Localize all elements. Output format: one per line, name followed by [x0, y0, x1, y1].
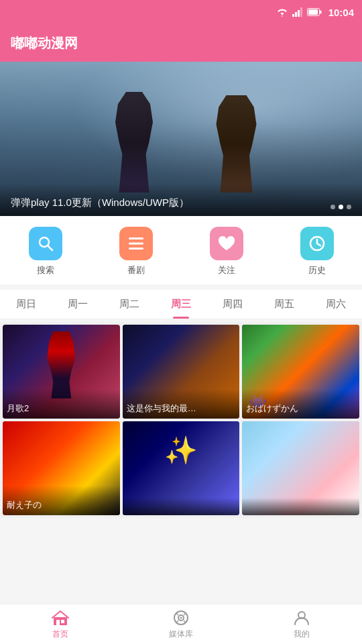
svg-rect-2 [298, 10, 300, 17]
anime-grid: 月歌2 这是你与我的最… 👾 おばけずかん 耐え子の ✨ [0, 322, 362, 518]
tab-friday[interactable]: 周五 [259, 290, 310, 319]
svg-rect-0 [292, 14, 294, 17]
svg-line-22 [184, 613, 186, 615]
search-svg [37, 235, 54, 252]
dot-3 [347, 205, 351, 209]
tab-tuesday[interactable]: 周二 [103, 290, 155, 319]
profile-icon [293, 609, 310, 627]
anime-title-4: 耐え子の [3, 486, 120, 515]
svg-rect-11 [129, 248, 143, 250]
tab-thursday[interactable]: 周四 [207, 290, 259, 319]
banner[interactable]: 弹弹play 11.0更新（Windows/UWP版） [0, 62, 362, 216]
bangumi-icon-box [119, 227, 153, 260]
app-header: 嘟嘟动漫网 [0, 24, 362, 62]
anime-title-2: 这是你与我的最… [123, 389, 240, 419]
svg-rect-16 [56, 620, 60, 625]
search-icon-box [29, 227, 62, 260]
svg-rect-9 [129, 237, 143, 239]
svg-rect-6 [320, 11, 322, 14]
anime-card-4[interactable]: 耐え子の [3, 421, 120, 515]
anime-title-1: 月歌2 [3, 389, 120, 419]
tab-saturday[interactable]: 周六 [310, 290, 362, 319]
week-tabs: 周日 周一 周二 周三 周四 周五 周六 [0, 290, 362, 319]
svg-rect-17 [61, 620, 64, 623]
tab-wednesday[interactable]: 周三 [155, 290, 206, 319]
anime-card-3[interactable]: 👾 おばけずかん [242, 325, 359, 419]
nav-history[interactable]: 历史 [300, 227, 334, 276]
clock-svg [308, 235, 326, 252]
banner-caption: 弹弹play 11.0更新（Windows/UWP版） [0, 183, 362, 216]
quick-nav: 搜索 番剧 关注 历史 [0, 216, 362, 284]
banner-dots [330, 205, 351, 209]
svg-rect-5 [308, 9, 318, 15]
svg-rect-3 [300, 7, 302, 17]
follow-label: 关注 [218, 264, 235, 276]
anime-card-5[interactable]: ✨ [123, 421, 240, 515]
anime-card-6[interactable] [242, 421, 359, 515]
battery-icon [307, 8, 322, 16]
tab-monday[interactable]: 周一 [52, 290, 103, 319]
home-icon [52, 609, 69, 627]
library-label: 媒体库 [169, 629, 193, 640]
svg-line-21 [176, 613, 178, 615]
anime-card-1[interactable]: 月歌2 [3, 325, 120, 419]
svg-line-14 [317, 244, 320, 246]
anime-title-3: おばけずかん [242, 389, 359, 419]
char-1 [41, 331, 81, 398]
heart-svg [217, 235, 236, 252]
nav-search[interactable]: 搜索 [29, 227, 62, 276]
history-label: 历史 [308, 264, 326, 276]
search-label: 搜索 [37, 264, 54, 276]
status-icons: 10:04 [276, 7, 354, 18]
profile-label: 我的 [294, 629, 310, 640]
svg-point-20 [180, 616, 182, 619]
bottom-library[interactable]: 媒体库 [121, 609, 241, 640]
wifi-icon [276, 7, 288, 17]
svg-line-8 [48, 246, 52, 250]
bottom-home[interactable]: 首页 [0, 609, 121, 640]
nav-follow[interactable]: 关注 [210, 227, 243, 276]
anime-title-6 [242, 498, 359, 515]
svg-rect-15 [54, 617, 67, 625]
home-label: 首页 [52, 629, 68, 640]
svg-line-24 [184, 621, 186, 623]
svg-line-23 [176, 621, 178, 623]
thumb-emoji-5: ✨ [164, 435, 198, 466]
library-icon [172, 609, 190, 627]
anime-card-2[interactable]: 这是你与我的最… [123, 325, 240, 419]
app-title: 嘟嘟动漫网 [11, 34, 78, 52]
anime-title-5 [123, 498, 240, 515]
svg-rect-10 [129, 243, 143, 245]
follow-icon-box [210, 227, 243, 260]
svg-rect-1 [295, 12, 297, 17]
bangumi-label: 番剧 [127, 264, 145, 276]
bottom-profile[interactable]: 我的 [241, 609, 362, 640]
tab-sunday[interactable]: 周日 [0, 290, 52, 319]
time-display: 10:04 [328, 7, 354, 18]
dot-1 [330, 205, 335, 209]
status-bar: 10:04 [0, 0, 362, 24]
signal-icon [292, 7, 303, 17]
nav-bangumi[interactable]: 番剧 [119, 227, 153, 276]
bangumi-svg [127, 236, 145, 251]
history-icon-box [300, 227, 334, 260]
dot-2 [339, 205, 343, 209]
bottom-nav: 首页 媒体库 我的 [0, 604, 362, 644]
